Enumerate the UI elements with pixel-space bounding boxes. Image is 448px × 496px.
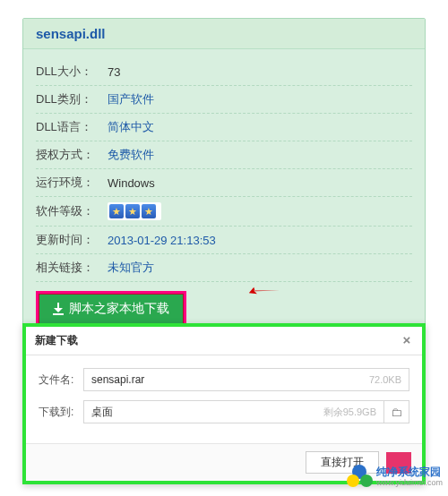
remaining-text: 剩余95.9GB (323, 406, 376, 419)
row-updated: 更新时间： 2013-01-29 21:13:53 (36, 227, 412, 254)
value-language[interactable]: 简体中文 (108, 119, 154, 135)
download-button[interactable]: 脚本之家本地下载 (36, 291, 186, 327)
value-runtime: Windows (108, 176, 155, 190)
row-filename: 文件名: 72.0KB (39, 368, 409, 391)
filesize-text: 72.0KB (369, 374, 401, 385)
value-size: 73 (108, 65, 120, 79)
star-icon (125, 204, 140, 218)
label-runtime: 运行环境： (36, 175, 108, 191)
dialog-header: 新建下载 × (26, 327, 422, 355)
browse-folder-button[interactable]: 🗀 (384, 400, 409, 423)
dialog-footer: 直接打开 (26, 443, 422, 481)
label-rating: 软件等级： (36, 203, 108, 219)
label-filename: 文件名: (39, 372, 83, 388)
label-updated: 更新时间： (36, 232, 108, 248)
value-license[interactable]: 免费软件 (108, 147, 154, 163)
page-title: sensapi.dll (23, 19, 425, 49)
download-dialog: 新建下载 × 文件名: 72.0KB 下载到: 剩余95.9GB 🗀 直接打开 (22, 323, 426, 484)
star-icon (142, 204, 156, 218)
dll-info-card: sensapi.dll DLL大小： 73 DLL类别： 国产软件 DLL语言：… (22, 18, 426, 340)
label-category: DLL类别： (36, 91, 108, 107)
label-related: 相关链接： (36, 260, 108, 276)
row-saveto: 下载到: 剩余95.9GB 🗀 (39, 400, 409, 423)
row-size: DLL大小： 73 (36, 58, 412, 86)
row-runtime: 运行环境： Windows (36, 169, 412, 197)
label-language: DLL语言： (36, 119, 108, 135)
info-body: DLL大小： 73 DLL类别： 国产软件 DLL语言： 简体中文 授权方式： … (23, 49, 425, 339)
filename-input[interactable] (91, 373, 364, 386)
row-rating: 软件等级： (36, 197, 412, 227)
saveto-input-wrap[interactable]: 剩余95.9GB (83, 400, 384, 423)
label-license: 授权方式： (36, 147, 108, 163)
row-language: DLL语言： 简体中文 (36, 114, 412, 141)
filename-input-wrap[interactable]: 72.0KB (83, 368, 409, 391)
more-button[interactable] (386, 452, 411, 474)
dialog-title: 新建下载 (35, 333, 78, 348)
label-saveto: 下载到: (39, 405, 83, 420)
folder-icon: 🗀 (391, 406, 402, 419)
download-label: 脚本之家本地下载 (69, 301, 169, 317)
row-category: DLL类别： 国产软件 (36, 86, 412, 114)
download-icon (53, 304, 64, 314)
saveto-input[interactable] (91, 406, 318, 418)
value-updated: 2013-01-29 21:13:53 (108, 234, 216, 247)
row-license: 授权方式： 免费软件 (36, 141, 412, 169)
open-directly-button[interactable]: 直接打开 (306, 451, 379, 474)
close-icon[interactable]: × (401, 335, 413, 347)
row-related: 相关链接： 未知官方 (36, 254, 412, 282)
star-icon (109, 204, 124, 218)
value-related[interactable]: 未知官方 (108, 260, 154, 276)
dialog-body: 文件名: 72.0KB 下载到: 剩余95.9GB 🗀 (26, 355, 422, 443)
value-category[interactable]: 国产软件 (108, 91, 154, 107)
rating-stars (108, 202, 161, 220)
label-size: DLL大小： (36, 64, 108, 80)
